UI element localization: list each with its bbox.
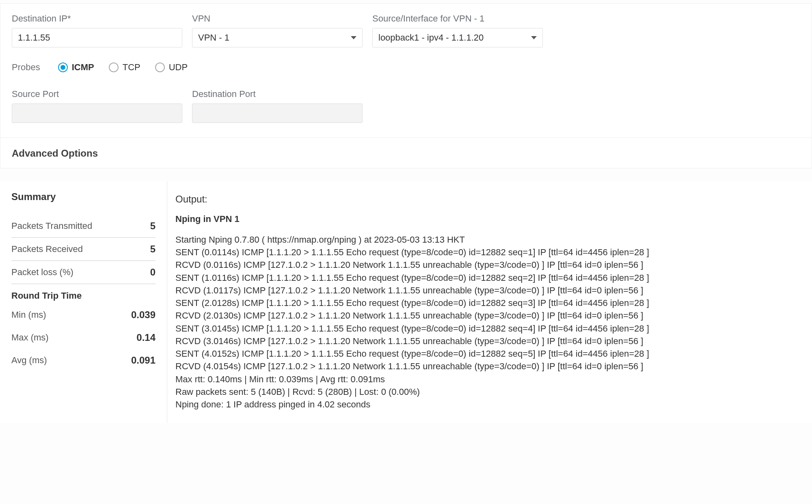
vpn-select[interactable]: VPN - 1 — [192, 28, 363, 47]
caret-down-icon — [531, 36, 537, 39]
dest-port-label: Destination Port — [192, 89, 363, 99]
dest-ip-label: Destination IP* — [12, 13, 182, 24]
results-panel: Summary Packets Transmitted 5 Packets Re… — [0, 181, 812, 423]
source-port-label: Source Port — [12, 89, 182, 99]
dest-port-input[interactable] — [192, 103, 363, 123]
probe-radio-tcp[interactable]: TCP — [109, 62, 140, 73]
summary-key: Max (ms) — [11, 332, 49, 343]
radio-label: UDP — [169, 62, 188, 73]
top-row: Destination IP* VPN VPN - 1 Source/Inter… — [12, 13, 800, 47]
summary-key: Packets Transmitted — [11, 221, 92, 231]
ports-row: Source Port Destination Port — [12, 89, 800, 123]
summary-val: 0 — [150, 267, 155, 278]
summary-packets-tx: Packets Transmitted 5 — [11, 215, 155, 238]
output-lines: Starting Nping 0.7.80 ( https://nmap.org… — [175, 233, 804, 411]
summary-key: Packet loss (%) — [11, 267, 73, 278]
advanced-options-toggle[interactable]: Advanced Options — [0, 138, 812, 168]
source-port-group: Source Port — [12, 89, 182, 123]
radio-label: ICMP — [72, 62, 94, 73]
vpn-value: VPN - 1 — [198, 32, 229, 43]
dest-ip-input[interactable] — [12, 28, 182, 47]
probes-row: Probes ICMPTCPUDP — [12, 62, 800, 73]
dest-ip-group: Destination IP* — [12, 13, 182, 47]
summary-val: 0.091 — [131, 355, 155, 366]
caret-down-icon — [351, 36, 356, 39]
source-port-input[interactable] — [12, 103, 182, 123]
summary-val: 0.039 — [131, 309, 155, 321]
source-if-value: loopback1 - ipv4 - 1.1.1.20 — [378, 32, 484, 43]
radio-icon — [109, 62, 119, 72]
radio-icon — [155, 62, 165, 72]
summary-title: Summary — [11, 191, 155, 202]
summary-packets-rx: Packets Received 5 — [11, 238, 155, 261]
summary-packet-loss: Packet loss (%) 0 — [11, 261, 155, 284]
vpn-group: VPN VPN - 1 — [192, 13, 363, 47]
summary-avg: Avg (ms) 0.091 — [11, 349, 155, 372]
summary-key: Packets Received — [11, 244, 83, 254]
output-label: Output: — [175, 194, 804, 205]
probes-label: Probes — [12, 62, 40, 73]
source-if-label: Source/Interface for VPN - 1 — [372, 13, 543, 24]
radio-icon — [58, 62, 68, 72]
probe-radio-icmp[interactable]: ICMP — [58, 62, 94, 73]
summary-key: Min (ms) — [11, 310, 46, 320]
rtt-header: Round Trip Time — [11, 291, 155, 301]
config-panel: Destination IP* VPN VPN - 1 Source/Inter… — [0, 3, 812, 168]
summary-val: 5 — [150, 220, 155, 232]
source-if-select[interactable]: loopback1 - ipv4 - 1.1.1.20 — [372, 28, 543, 47]
radio-label: TCP — [123, 62, 140, 73]
summary-min: Min (ms) 0.039 — [11, 304, 155, 326]
summary-key: Avg (ms) — [11, 355, 47, 366]
probe-radio-udp[interactable]: UDP — [155, 62, 188, 73]
output-title: Nping in VPN 1 — [175, 214, 804, 224]
dest-port-group: Destination Port — [192, 89, 363, 123]
summary-val: 0.14 — [136, 332, 155, 343]
summary-val: 5 — [150, 243, 155, 255]
summary-panel: Summary Packets Transmitted 5 Packets Re… — [0, 181, 167, 423]
source-if-group: Source/Interface for VPN - 1 loopback1 -… — [372, 13, 543, 47]
output-panel: Output: Nping in VPN 1 Starting Nping 0.… — [167, 181, 812, 423]
summary-max: Max (ms) 0.14 — [11, 326, 155, 349]
vpn-label: VPN — [192, 13, 363, 24]
